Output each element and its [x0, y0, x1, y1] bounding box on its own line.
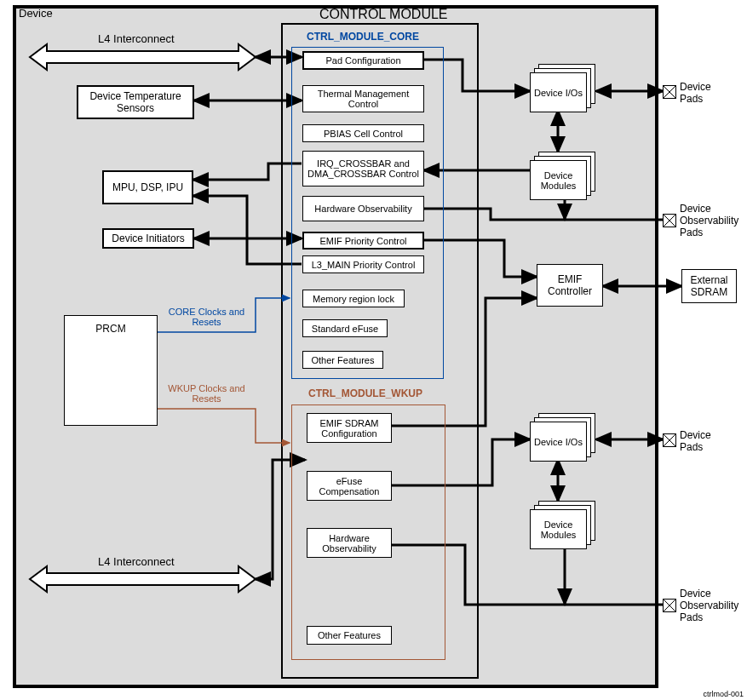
core-efuse: Standard eFuse	[302, 319, 388, 337]
core-pad-config: Pad Configuration	[302, 51, 424, 70]
ctrl-module-core-title: CTRL_MODULE_CORE	[307, 31, 419, 43]
core-clocks-label: CORE Clocks and Resets	[166, 307, 247, 327]
core-thermal: Thermal Management Control	[302, 85, 424, 112]
prcm: PRCM	[64, 315, 158, 426]
figure-id: ctrlmod-001	[703, 690, 744, 698]
core-other: Other Features	[302, 351, 383, 369]
core-emif-prio: EMIF Priority Control	[302, 232, 424, 250]
ctrl-module-wkup-title: CTRL_MODULE_WKUP	[308, 387, 422, 399]
wkup-emif-sdram: EMIF SDRAM Configuration	[307, 413, 392, 443]
device-temp-sensors: Device Temperature Sensors	[77, 85, 194, 119]
device-ios-stack-top: Device I/Os	[530, 64, 594, 111]
core-crossbar: IRQ_CROSSBAR and DMA_CROSSBAR Control	[302, 151, 424, 186]
wkup-hwobs: Hardware Observability	[307, 528, 392, 558]
wkup-efuse-comp: eFuse Compensation	[307, 471, 392, 501]
core-l3-prio: L3_MAIN Priority Control	[302, 255, 424, 273]
core-memlock: Memory region lock	[302, 290, 405, 307]
wkup-other: Other Features	[307, 626, 392, 645]
device-initiators: Device Initiators	[102, 228, 194, 249]
device-modules-stack-top: Device Modules	[530, 152, 594, 198]
mpu-dsp-ipu: MPU, DSP, IPU	[102, 170, 193, 204]
core-hwobs: Hardware Observability	[302, 196, 424, 221]
device-pads-label-wkup: Device Pads	[680, 429, 731, 453]
diagram-canvas: Device CONTROL MODULE	[0, 0, 747, 700]
obs-pads-label-top: Device Observability Pads	[680, 203, 747, 238]
pad-symbol-icon	[663, 85, 676, 99]
l4-interconnect-top-label: L4 Interconnect	[98, 32, 175, 45]
pad-symbol-icon	[663, 214, 676, 227]
l4-interconnect-bottom-label: L4 Interconnect	[98, 555, 175, 568]
device-ios-stack-wkup: Device I/Os	[530, 413, 594, 460]
wkup-clocks-label: WKUP Clocks and Resets	[166, 383, 247, 404]
core-pbias: PBIAS Cell Control	[302, 124, 424, 142]
external-sdram: External SDRAM	[681, 269, 737, 303]
pad-symbol-icon	[663, 433, 676, 447]
device-modules-stack-wkup: Device Modules	[530, 501, 594, 548]
obs-pads-label-wkup: Device Observability Pads	[680, 588, 747, 623]
emif-controller: EMIF Controller	[537, 264, 603, 307]
device-pads-label-top: Device Pads	[680, 81, 731, 105]
pad-symbol-icon	[663, 599, 676, 612]
